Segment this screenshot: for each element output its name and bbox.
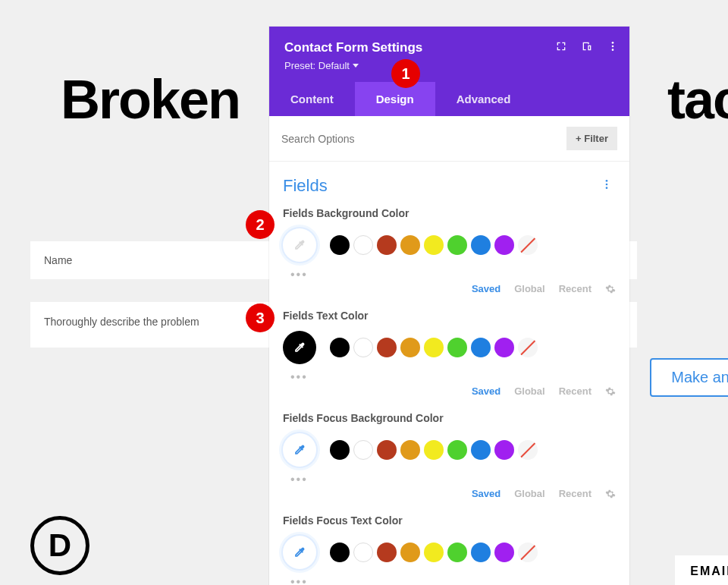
panel-header: Contact Form Settings Preset: Default — [269, 27, 629, 82]
tab-saved[interactable]: Saved — [472, 385, 500, 397]
more-icon[interactable] — [607, 40, 619, 52]
color-swatch[interactable] — [330, 235, 350, 255]
color-picker-button[interactable] — [283, 536, 316, 569]
option-label: Fields Background Color — [283, 207, 616, 219]
tab-global[interactable]: Global — [514, 488, 544, 499]
more-options-icon[interactable]: ••• — [290, 370, 616, 384]
tab-recent[interactable]: Recent — [559, 385, 592, 397]
callout-3: 3 — [246, 304, 275, 332]
svg-point-0 — [612, 42, 614, 44]
color-swatch[interactable] — [353, 543, 373, 562]
make-appointment-button[interactable]: Make an — [650, 358, 728, 397]
svg-point-4 — [606, 184, 608, 186]
swatch-row — [283, 433, 616, 467]
gear-icon[interactable] — [605, 489, 616, 499]
filter-button[interactable]: + Filter — [566, 127, 617, 150]
palette-tabs: SavedGlobalRecent — [283, 385, 616, 397]
callout-1: 1 — [391, 59, 420, 88]
option-label: Fields Focus Background Color — [283, 412, 616, 424]
svg-point-2 — [612, 49, 614, 51]
tab-recent[interactable]: Recent — [559, 488, 592, 499]
section-menu-icon[interactable] — [598, 175, 616, 197]
color-swatch[interactable] — [400, 440, 420, 460]
preset-label: Preset: Default — [284, 60, 350, 71]
tab-recent[interactable]: Recent — [559, 283, 592, 294]
description-field-placeholder: Thoroughly describe the problem — [44, 316, 199, 328]
color-swatch[interactable] — [330, 338, 350, 357]
color-swatch[interactable] — [424, 338, 444, 357]
search-input[interactable] — [281, 133, 559, 145]
email-card-label: EMAIL — [675, 555, 728, 585]
color-swatch[interactable] — [471, 338, 491, 357]
tab-saved[interactable]: Saved — [472, 488, 500, 499]
color-swatch[interactable] — [424, 543, 444, 562]
swatch-row — [283, 228, 616, 262]
color-swatch[interactable] — [353, 235, 373, 255]
color-swatch[interactable] — [377, 543, 397, 562]
expand-icon[interactable] — [555, 40, 567, 52]
color-swatch[interactable] — [494, 440, 514, 460]
color-swatch[interactable] — [377, 440, 397, 460]
color-swatch[interactable] — [447, 440, 467, 460]
color-swatch[interactable] — [400, 543, 420, 562]
settings-panel: Contact Form Settings Preset: Default Co… — [269, 27, 629, 585]
tab-design[interactable]: Design — [355, 82, 435, 116]
color-swatch[interactable] — [447, 543, 467, 562]
no-color-swatch[interactable] — [518, 543, 538, 562]
color-swatch[interactable] — [400, 235, 420, 255]
color-swatch[interactable] — [330, 543, 350, 562]
more-options-icon[interactable]: ••• — [290, 473, 616, 486]
color-swatch[interactable] — [471, 543, 491, 562]
responsive-icon[interactable] — [581, 40, 593, 52]
color-swatch[interactable] — [353, 338, 373, 357]
gear-icon[interactable] — [605, 386, 616, 397]
chevron-down-icon — [353, 64, 359, 68]
color-swatch[interactable] — [494, 235, 514, 255]
color-swatch[interactable] — [447, 235, 467, 255]
tab-bar: Content Design Advanced — [269, 82, 629, 116]
no-color-swatch[interactable] — [518, 440, 538, 460]
svg-point-5 — [606, 187, 608, 189]
gear-icon[interactable] — [605, 284, 616, 294]
no-color-swatch[interactable] — [518, 235, 538, 255]
tab-global[interactable]: Global — [514, 283, 544, 294]
divi-badge-letter: D — [49, 527, 71, 564]
color-swatch[interactable] — [353, 440, 373, 460]
callout-2: 2 — [246, 210, 275, 239]
color-swatch[interactable] — [494, 338, 514, 357]
divi-badge[interactable]: D — [30, 516, 89, 575]
search-row: + Filter — [269, 116, 629, 162]
tab-content[interactable]: Content — [269, 82, 355, 116]
color-swatch[interactable] — [471, 440, 491, 460]
color-swatch[interactable] — [377, 338, 397, 357]
svg-point-1 — [612, 46, 614, 48]
tab-saved[interactable]: Saved — [472, 283, 500, 294]
more-options-icon[interactable]: ••• — [290, 268, 616, 281]
no-color-swatch[interactable] — [518, 338, 538, 357]
color-swatch[interactable] — [377, 235, 397, 255]
hero-word-right: tact — [667, 68, 728, 131]
color-swatch[interactable] — [330, 440, 350, 460]
option-label: Fields Text Color — [283, 310, 616, 322]
option-label: Fields Focus Text Color — [283, 514, 616, 527]
color-swatch[interactable] — [424, 235, 444, 255]
hero-word-left: Broken — [61, 68, 240, 131]
fields-section: Fields Fields Background Color•••SavedGl… — [269, 162, 629, 585]
palette-tabs: SavedGlobalRecent — [283, 283, 616, 294]
color-swatch[interactable] — [494, 543, 514, 562]
color-swatch[interactable] — [424, 440, 444, 460]
preset-selector[interactable]: Preset: Default — [284, 60, 614, 71]
swatch-row — [283, 331, 616, 364]
more-options-icon[interactable]: ••• — [290, 575, 616, 585]
color-swatch[interactable] — [471, 235, 491, 255]
color-swatch[interactable] — [447, 338, 467, 357]
tab-global[interactable]: Global — [514, 385, 544, 397]
tab-advanced[interactable]: Advanced — [435, 82, 532, 116]
svg-point-3 — [606, 180, 608, 182]
color-swatch[interactable] — [400, 338, 420, 357]
palette-tabs: SavedGlobalRecent — [283, 488, 616, 499]
color-picker-button[interactable] — [283, 331, 316, 364]
name-field-placeholder: Name — [44, 254, 72, 266]
color-picker-button[interactable] — [283, 228, 316, 262]
color-picker-button[interactable] — [283, 433, 316, 467]
